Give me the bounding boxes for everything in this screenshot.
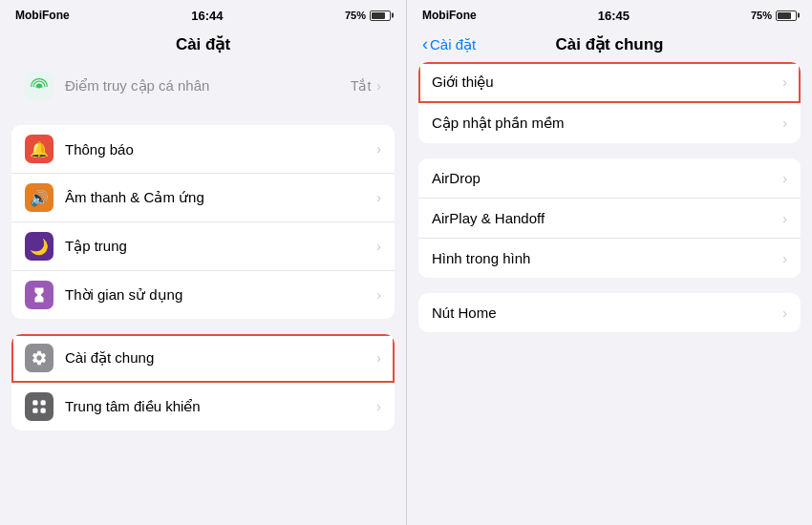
control-center-icon — [31, 398, 48, 415]
thong-bao-right: › — [376, 141, 381, 157]
cai-dat-chung-label: Cài đặt chung — [65, 349, 154, 367]
left-battery-percent: 75% — [345, 10, 366, 21]
diem-truy-cap-row[interactable]: Điểm truy cập cá nhân Tắt › — [11, 62, 395, 110]
trung-tam-label: Trung tâm điều khiển — [65, 398, 201, 415]
thoi-gian-chevron: › — [376, 287, 381, 303]
back-chevron-icon: ‹ — [422, 34, 428, 54]
back-label: Cài đặt — [430, 36, 476, 53]
tap-trung-icon: 🌙 — [25, 232, 53, 261]
cap-nhat-chevron: › — [782, 116, 787, 131]
thoi-gian-left: Thời gian sử dụng — [25, 281, 182, 309]
diem-truy-cap-value: Tắt — [351, 78, 371, 94]
hinh-trong-hinh-row[interactable]: Hình trong hình › — [418, 239, 801, 278]
left-settings-list: Điểm truy cập cá nhân Tắt › 🔔 Thông báo … — [0, 62, 406, 525]
hinh-trong-hinh-chevron: › — [782, 251, 787, 266]
right-carrier: MobiFone — [422, 9, 477, 22]
diem-truy-cap-right: Tắt › — [351, 78, 381, 94]
cap-nhat-row[interactable]: Cập nhật phần mềm › — [418, 103, 801, 143]
gioi-thieu-row[interactable]: Giới thiệu › — [418, 62, 801, 103]
airdrop-chevron: › — [782, 171, 787, 186]
thong-bao-label: Thông báo — [65, 141, 134, 158]
airdrop-label: AirDrop — [432, 170, 481, 186]
gioi-thieu-chevron: › — [782, 74, 787, 90]
gioi-thieu-label: Giới thiệu — [432, 74, 494, 91]
diem-truy-cap-label: Điểm truy cập cá nhân — [65, 77, 209, 94]
diem-truy-cap-chevron: › — [376, 78, 381, 94]
right-settings-list: Giới thiệu › Cập nhật phần mềm › AirDrop… — [407, 62, 812, 525]
hotspot-icon — [30, 76, 49, 95]
thoi-gian-icon — [25, 281, 53, 309]
cap-nhat-label: Cập nhật phần mềm — [432, 115, 565, 132]
back-button[interactable]: ‹ Cài đặt — [422, 34, 476, 54]
am-thanh-icon: 🔊 — [25, 183, 53, 212]
right-section-1: Giới thiệu › Cập nhật phần mềm › — [418, 62, 801, 143]
thoi-gian-label: Thời gian sử dụng — [65, 286, 182, 304]
airplay-handoff-label: AirPlay & Handoff — [432, 210, 545, 226]
tap-trung-chevron: › — [376, 239, 381, 254]
thong-bao-row[interactable]: 🔔 Thông báo › — [11, 125, 395, 174]
cai-dat-chung-row[interactable]: Cài đặt chung › — [11, 334, 395, 383]
diem-truy-cap-icon — [25, 72, 53, 100]
thong-bao-icon: 🔔 — [25, 135, 53, 163]
right-phone-panel: MobiFone 16:45 75% ‹ Cài đặt Cài đặt chu… — [406, 0, 812, 525]
am-thanh-label: Âm thanh & Cảm ứng — [65, 189, 204, 206]
right-status-right: 75% — [751, 10, 797, 21]
trung-tam-icon — [25, 392, 53, 421]
left-section-1: 🔔 Thông báo › 🔊 Âm thanh & Cảm ứng › — [11, 125, 395, 319]
nut-home-chevron: › — [782, 305, 787, 321]
trung-tam-row[interactable]: Trung tâm điều khiển › — [11, 383, 395, 430]
left-nav-title: Cài đặt — [176, 34, 230, 54]
tap-trung-label: Tập trung — [65, 238, 127, 255]
left-status-bar: MobiFone 16:44 75% — [0, 0, 406, 29]
hinh-trong-hinh-label: Hình trong hình — [432, 250, 530, 266]
right-battery-icon — [776, 10, 797, 21]
am-thanh-row[interactable]: 🔊 Âm thanh & Cảm ứng › — [11, 174, 395, 222]
right-section-3: Nút Home › — [418, 293, 801, 332]
cai-dat-chung-chevron: › — [376, 350, 381, 366]
tap-trung-right: › — [376, 239, 381, 254]
left-battery-icon — [370, 10, 391, 21]
left-nav-bar: Cài đặt — [0, 29, 406, 62]
right-battery-percent: 75% — [751, 10, 772, 21]
tap-trung-row[interactable]: 🌙 Tập trung › — [11, 222, 395, 271]
cai-dat-chung-left: Cài đặt chung — [25, 344, 154, 372]
am-thanh-right: › — [376, 190, 381, 205]
right-time: 16:45 — [598, 9, 630, 23]
tap-trung-left: 🌙 Tập trung — [25, 232, 127, 261]
left-time: 16:44 — [191, 9, 223, 23]
left-status-right: 75% — [345, 10, 391, 21]
cai-dat-chung-right: › — [376, 350, 381, 366]
svg-rect-1 — [32, 400, 37, 405]
airplay-handoff-row[interactable]: AirPlay & Handoff › — [418, 199, 801, 239]
thoi-gian-right: › — [376, 287, 381, 303]
thong-bao-chevron: › — [376, 141, 381, 157]
right-nav-bar: ‹ Cài đặt Cài đặt chung — [407, 29, 812, 62]
right-status-bar: MobiFone 16:45 75% — [407, 0, 812, 29]
hourglass-icon — [31, 286, 48, 304]
left-section-2: Cài đặt chung › — [11, 334, 395, 430]
trung-tam-chevron: › — [376, 399, 381, 414]
trung-tam-left: Trung tâm điều khiển — [25, 392, 201, 421]
left-phone-panel: MobiFone 16:44 75% Cài đặt — [0, 0, 406, 525]
left-carrier: MobiFone — [15, 9, 70, 22]
svg-rect-2 — [41, 400, 46, 405]
left-battery-fill — [372, 12, 385, 19]
nut-home-label: Nút Home — [432, 304, 497, 321]
am-thanh-left: 🔊 Âm thanh & Cảm ứng — [25, 183, 204, 212]
airdrop-row[interactable]: AirDrop › — [418, 158, 801, 199]
svg-rect-3 — [32, 409, 37, 413]
right-battery-fill — [778, 12, 791, 19]
right-nav-title: Cài đặt chung — [556, 34, 664, 54]
nut-home-row[interactable]: Nút Home › — [418, 293, 801, 332]
svg-rect-4 — [41, 409, 46, 413]
airplay-handoff-chevron: › — [782, 211, 787, 226]
thoi-gian-row[interactable]: Thời gian sử dụng › — [11, 271, 395, 319]
gear-icon — [31, 349, 48, 367]
cai-dat-chung-icon — [25, 344, 53, 372]
thong-bao-left: 🔔 Thông báo — [25, 135, 134, 163]
right-section-2: AirDrop › AirPlay & Handoff › Hình trong… — [418, 158, 801, 278]
special-row-left: Điểm truy cập cá nhân — [25, 72, 209, 100]
am-thanh-chevron: › — [376, 190, 381, 205]
trung-tam-right: › — [376, 399, 381, 414]
